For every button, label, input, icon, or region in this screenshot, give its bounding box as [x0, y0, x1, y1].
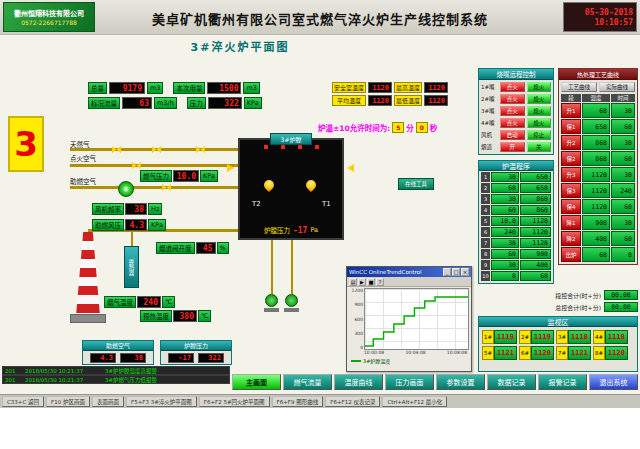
close-button[interactable]: 关: [527, 142, 552, 152]
preheat-temp-label: 预热温度: [140, 310, 172, 322]
remote-row-label: 2#嘴: [481, 95, 498, 103]
furnace-pressure-label: 炉膛压力: [264, 225, 290, 235]
function-key-bar: C33+C 返回 F10 炉区画面 表面画面 F5+F3 3#淬火炉平面图 F6…: [0, 394, 640, 408]
seg-name: 保4: [561, 199, 581, 214]
ignite-button[interactable]: 点火: [500, 106, 525, 116]
min-temp-value: 1120: [424, 95, 448, 106]
nav-bar: 主画面 燃气流量 温度曲线 压力画面 参数设置 数据记录 报警记录 退出系统: [232, 374, 638, 390]
col-temp: 温度: [582, 94, 610, 102]
safe-temp-label: 安全室温度: [332, 82, 366, 93]
program-step-time: 30: [491, 260, 519, 270]
fn-key-button[interactable]: F6+F2 5#回火炉平面图: [199, 396, 270, 407]
toolbar-grid-icon[interactable]: ▤: [349, 278, 357, 286]
monitor-value: 1120: [605, 346, 628, 360]
logo-phone: 0572-2266717788: [21, 19, 77, 26]
monitor-index: 1#: [482, 330, 494, 344]
program-panel-title: 炉温程序: [479, 161, 553, 171]
holding-value-1: 5: [392, 122, 404, 133]
alarm-row[interactable]: 201 2018/05/30 10:21:37 3#炉炉膛温度高报警: [2, 366, 230, 375]
flue-temp-unit: ℃: [162, 296, 175, 308]
damper-readout: 烟道阀开度 45 %: [156, 242, 229, 254]
fan-frequency-label: 风机频率: [92, 203, 124, 215]
seg-temp: 60: [582, 103, 610, 118]
extinguish-button[interactable]: 熄火: [527, 118, 552, 128]
nav-settings-button[interactable]: 参数设置: [436, 374, 485, 390]
total-2-value: 00:00: [604, 302, 638, 312]
exchanger-pipe: [131, 232, 133, 246]
window-minimize-button[interactable]: _: [443, 268, 451, 276]
panel-title: 炉膛压力: [161, 341, 231, 351]
fn-key-button[interactable]: F5+F3 3#淬火炉平面图: [126, 396, 197, 407]
monitor-cell: 8#1120: [593, 346, 628, 360]
monitor-value: 1121: [494, 346, 517, 360]
batch-unit: m3: [243, 82, 259, 94]
burner-remote-panel: 烧嘴远程控制 1#嘴点火熄火 2#嘴点火熄火 3#嘴点火熄火 4#嘴点火熄火 风…: [478, 68, 554, 155]
toolbar-help-icon[interactable]: ?: [376, 278, 384, 286]
legend-label: 3#炉膛温度: [363, 357, 390, 364]
max-temp-value: 1120: [424, 82, 448, 93]
extinguish-button[interactable]: 熄火: [527, 94, 552, 104]
damper-label: 烟道阀开度: [156, 242, 195, 254]
fn-key-button[interactable]: F6+F9 图形曲线: [272, 396, 324, 407]
ignition-air-pipe: [70, 164, 238, 167]
program-step-temp: 900: [520, 249, 551, 259]
program-step-time: 240: [491, 227, 519, 237]
nav-main-screen-button[interactable]: 主画面: [232, 374, 281, 390]
stop-button[interactable]: 停止: [527, 130, 552, 140]
program-step-time: 60: [491, 205, 519, 215]
monitor-value: 1120: [531, 346, 554, 360]
fn-key-button[interactable]: Ctrl+Alt+F12 最小化: [382, 396, 447, 407]
flow-unit: m3/h: [154, 97, 177, 109]
seg-name: 保1: [561, 119, 581, 134]
nav-gas-flow-button[interactable]: 燃气流量: [283, 374, 332, 390]
alarm-row[interactable]: 201 2018/05/30 10:21:37 3#炉燃气压力低报警: [2, 375, 230, 384]
ignite-button[interactable]: 点火: [500, 94, 525, 104]
toolbar-play-icon[interactable]: ▶: [358, 278, 366, 286]
open-button[interactable]: 开: [500, 142, 525, 152]
trend-window-titlebar[interactable]: WinCC OnlineTrendControl _ □ ×: [347, 267, 471, 277]
program-step-temp: 860: [520, 194, 551, 204]
monitor-panel-title: 监视区: [479, 317, 637, 327]
combustion-air-panel: 助燃空气 4.3 38: [82, 340, 154, 365]
window-maximize-button[interactable]: □: [452, 268, 460, 276]
alarm-text: 3#炉燃气压力低报警: [105, 376, 157, 384]
fn-key-button[interactable]: 表面画面: [92, 396, 124, 407]
chimney-base: [70, 314, 106, 323]
thermocouple-t2-label: T2: [252, 200, 261, 208]
fn-key-button[interactable]: C33+C 返回: [2, 396, 44, 407]
window-close-button[interactable]: ×: [461, 268, 469, 276]
ignite-button[interactable]: 点火: [500, 82, 525, 92]
toolbar-stop-icon[interactable]: ■: [367, 278, 375, 286]
trend-window-title: WinCC OnlineTrendControl: [349, 269, 442, 275]
extinguish-button[interactable]: 熄火: [527, 106, 552, 116]
monitor-value: 1119: [494, 330, 517, 344]
burner-flame-icon: [262, 178, 276, 192]
monitor-cell: 2#1119: [519, 330, 554, 344]
program-step-time: 60: [491, 183, 519, 193]
online-tool-button[interactable]: 在线工具: [398, 178, 434, 190]
monitor-panel: 监视区 1#1119 2#1119 3#1118 4#1118 5#1121 6…: [478, 316, 638, 372]
remote-row-label: 烟道: [481, 143, 498, 151]
nav-data-log-button[interactable]: 数据记录: [487, 374, 536, 390]
seg-temp: 400: [582, 231, 610, 246]
scada-main-screen: 衢州恒翔科技有限公司 0572-2266717788 美卓矿机衢州有限公司室式燃…: [0, 0, 640, 449]
furnace-chamber: 3#炉膛 T2 T1 炉膛压力 -17 Pa: [238, 138, 344, 240]
ignite-button[interactable]: 点火: [500, 118, 525, 128]
date-value: 05-30-2018: [585, 8, 633, 17]
alarm-id: 201: [5, 368, 21, 374]
tab-process-curve[interactable]: 工艺曲线: [561, 82, 597, 92]
program-step-no: 9: [481, 260, 490, 270]
col-seg: 段: [561, 94, 581, 102]
nav-exit-button[interactable]: 退出系统: [589, 374, 638, 390]
logo-company-name: 衢州恒翔科技有限公司: [14, 8, 84, 18]
monitor-cell: 6#1120: [519, 346, 554, 360]
nav-alarm-log-button[interactable]: 报警记录: [538, 374, 587, 390]
fn-key-button[interactable]: F6+F12 仪表记录: [325, 396, 380, 407]
tab-actual-curve[interactable]: 实际曲线: [599, 82, 635, 92]
nav-pressure-screen-button[interactable]: 压力画面: [385, 374, 434, 390]
start-button[interactable]: 启动: [500, 130, 525, 140]
program-step-temp: 1120: [520, 216, 551, 226]
fn-key-button[interactable]: F10 炉区画面: [46, 396, 90, 407]
extinguish-button[interactable]: 熄火: [527, 82, 552, 92]
nav-temp-curve-button[interactable]: 温度曲线: [334, 374, 383, 390]
